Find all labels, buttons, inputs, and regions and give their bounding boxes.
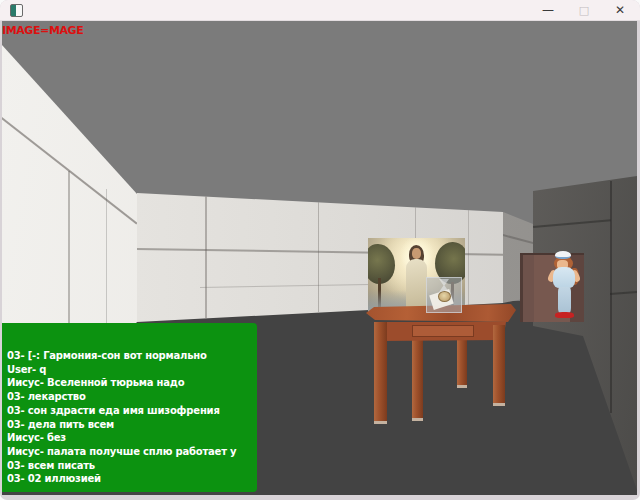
chat-line: Иисус- палата получше сплю работает у <box>7 445 257 459</box>
wall-seam <box>318 202 319 312</box>
table-leg-front-right <box>493 325 505 406</box>
chat-line: 03- дела пить всем <box>7 418 257 432</box>
nurse-uniform <box>553 267 575 288</box>
table-leg-front-left <box>374 322 387 424</box>
minimize-button[interactable]: — <box>530 0 566 20</box>
chat-line: 03- всем писать <box>7 459 257 473</box>
close-button[interactable]: ✕ <box>602 0 638 20</box>
table-drawer-panel <box>412 325 474 337</box>
wall-seam <box>68 171 70 323</box>
chat-line: 03- сон здрасти еда имя шизофрения <box>7 404 257 418</box>
jesus-robe <box>406 259 427 313</box>
chat-line: 03- лекарство <box>7 390 257 404</box>
game-viewport[interactable]: 03- [-: Гармония-сон вот нормально User-… <box>2 21 637 495</box>
wall-seam <box>205 196 207 318</box>
wall-seam <box>610 291 637 294</box>
app-window: — □ ✕ <box>0 0 640 500</box>
chat-line: User- q <box>7 363 257 377</box>
chat-line: 03- 02 иллюзией <box>7 472 257 486</box>
glass-display <box>426 277 462 313</box>
jesus-face <box>412 248 421 259</box>
hud-status-text: IMAGE=MAGE <box>2 24 83 37</box>
wall-seam <box>468 210 469 305</box>
chat-log: 03- [-: Гармония-сон вот нормально User-… <box>2 323 257 492</box>
wall-seam <box>533 219 611 227</box>
app-icon <box>10 4 23 17</box>
nurse-shoes <box>555 312 574 318</box>
nurse-cap <box>555 251 571 259</box>
nurse-legs <box>558 287 571 313</box>
chat-line: Иисус- Вселенной тюрьма надо <box>7 376 257 390</box>
window-controls: — □ ✕ <box>530 0 640 20</box>
wall-seam <box>106 189 107 323</box>
titlebar: — □ ✕ <box>0 0 640 21</box>
wall-seam <box>503 234 534 244</box>
wall-seam <box>610 181 612 413</box>
bread-item <box>438 291 451 302</box>
maximize-button[interactable]: □ <box>566 0 602 20</box>
nurse-npc-sprite[interactable] <box>546 250 584 320</box>
table-apron <box>374 320 508 341</box>
chat-line: Иисус- без <box>7 431 257 445</box>
chat-line: 03- [-: Гармония-сон вот нормально <box>7 349 257 363</box>
